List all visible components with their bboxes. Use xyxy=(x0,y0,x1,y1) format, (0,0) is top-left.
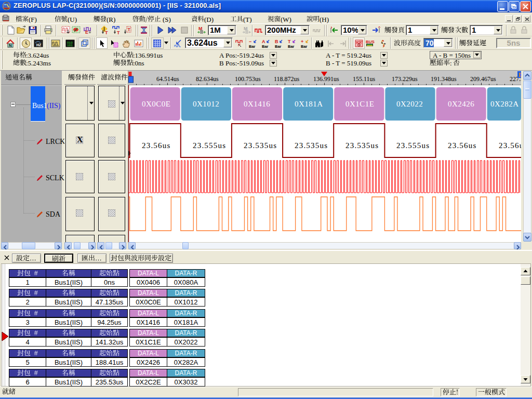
svg-text:N: N xyxy=(9,43,12,48)
svg-text:Bar: Bar xyxy=(301,44,308,48)
svg-text:Bar: Bar xyxy=(275,44,282,48)
svg-text:T: T xyxy=(128,27,131,32)
svg-text:T: T xyxy=(117,30,120,35)
svg-text:−: − xyxy=(249,39,251,44)
svg-text:A: A xyxy=(262,39,265,44)
svg-text:Bar: Bar xyxy=(288,44,295,48)
svg-text:T: T xyxy=(105,30,108,35)
svg-text:E: E xyxy=(85,30,88,35)
svg-text:T: T xyxy=(288,39,291,44)
svg-text:B: B xyxy=(275,39,278,44)
svg-text:BUS: BUS xyxy=(366,39,375,44)
svg-text:Bar: Bar xyxy=(249,44,256,48)
svg-text:+: + xyxy=(301,39,303,44)
svg-text:HZ: HZ xyxy=(36,43,42,47)
svg-text:Bar: Bar xyxy=(262,44,269,48)
svg-text:101: 101 xyxy=(67,44,73,47)
